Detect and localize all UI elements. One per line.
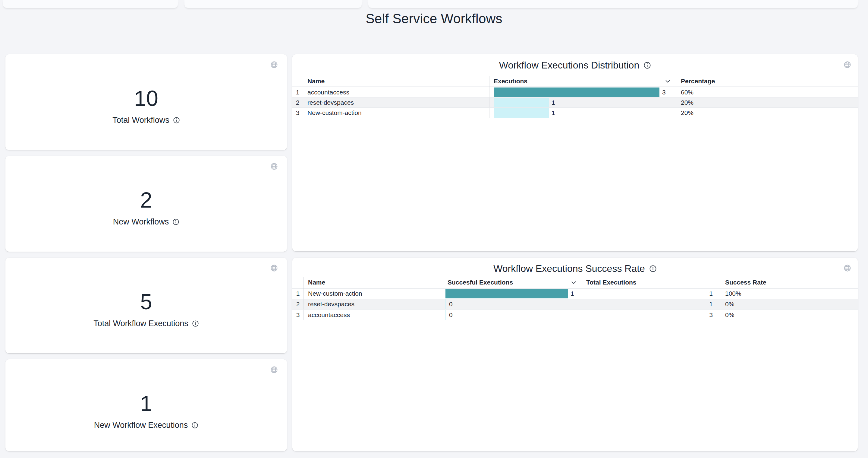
workflow-name: reset-devspaces — [304, 299, 443, 309]
globe-icon — [270, 61, 278, 68]
successful-executions-bar — [445, 310, 446, 320]
workflow-executions-distribution-card: Workflow Executions Distribution Name Ex… — [292, 54, 858, 251]
workflow-name: New-custom-action — [304, 288, 443, 299]
globe-icon — [270, 163, 278, 170]
stat-card-new-workflow-executions: 1 New Workflow Executions — [5, 359, 287, 451]
success-rate-value: 0% — [722, 299, 858, 309]
stat-label: Total Workflow Executions — [93, 319, 188, 328]
successful-executions-value: 1 — [570, 290, 574, 297]
stat-label: New Workflows — [113, 217, 169, 227]
stat-card-total-workflows: 10 Total Workflows — [5, 54, 287, 150]
column-header-success-rate[interactable]: Success Rate — [722, 277, 858, 288]
percentage-value: 20% — [676, 97, 858, 107]
table-row: 2 reset-devspaces 1 20% — [292, 97, 858, 108]
info-icon[interactable] — [644, 61, 651, 69]
stat-card-total-workflow-executions: 5 Total Workflow Executions — [5, 258, 287, 353]
scrolled-card-edge — [3, 0, 178, 8]
row-index: 3 — [292, 310, 304, 320]
table-row: 3 New-custom-action 1 20% — [292, 108, 858, 118]
table-row: 1 New-custom-action 1 1 100% — [292, 288, 858, 299]
scrolled-card-edge — [368, 0, 858, 8]
row-index: 1 — [292, 288, 304, 299]
globe-icon — [844, 264, 851, 272]
workflow-name: accountaccess — [304, 310, 443, 320]
globe-icon — [844, 61, 851, 68]
executions-bar — [494, 87, 659, 97]
globe-icon — [270, 366, 278, 374]
executions-bar — [494, 108, 549, 118]
workflow-executions-success-rate-card: Workflow Executions Success Rate Name Su… — [292, 258, 858, 451]
stat-label: Total Workflows — [113, 115, 169, 125]
card-title: Workflow Executions Success Rate — [493, 263, 645, 274]
row-index: 3 — [292, 108, 303, 118]
successful-executions-bar — [445, 289, 568, 298]
scrolled-card-edge — [184, 0, 362, 8]
table-row: 3 accountaccess 0 3 0% — [292, 310, 858, 320]
successful-executions-value: 0 — [449, 311, 453, 319]
column-header-total-executions[interactable]: Total Executions — [582, 277, 722, 288]
row-index: 2 — [292, 299, 304, 309]
workflow-name: reset-devspaces — [303, 97, 489, 107]
stat-value: 2 — [5, 188, 287, 212]
successful-executions-bar — [445, 299, 446, 309]
column-header-successful-executions[interactable]: Succesful Executions — [443, 277, 582, 288]
info-icon[interactable] — [191, 422, 198, 429]
globe-icon — [270, 264, 278, 272]
percentage-value: 60% — [676, 87, 858, 97]
index-column-header — [292, 76, 303, 87]
stat-value: 5 — [5, 290, 287, 314]
card-title: Workflow Executions Distribution — [499, 60, 639, 70]
total-executions-value: 1 — [582, 288, 722, 299]
executions-bar — [494, 98, 549, 107]
table-header-row: Name Executions Percentage — [292, 76, 858, 87]
info-icon[interactable] — [173, 117, 180, 124]
column-header-name[interactable]: Name — [304, 277, 443, 288]
sort-chevron-down-icon[interactable] — [665, 80, 670, 83]
percentage-value: 20% — [676, 108, 858, 118]
column-header-percentage[interactable]: Percentage — [676, 76, 858, 87]
stat-card-new-workflows: 2 New Workflows — [5, 156, 287, 252]
row-index: 1 — [292, 87, 303, 97]
page-title: Self Service Workflows — [0, 11, 868, 27]
total-executions-value: 1 — [582, 299, 722, 309]
executions-value: 1 — [552, 109, 555, 116]
column-header-executions[interactable]: Executions — [489, 76, 676, 87]
table-row: 2 reset-devspaces 0 1 0% — [292, 299, 858, 310]
row-index: 2 — [292, 97, 303, 107]
sort-chevron-down-icon[interactable] — [571, 281, 576, 284]
success-rate-value: 0% — [722, 310, 858, 320]
table-row: 1 accountaccess 3 60% — [292, 87, 858, 97]
stat-value: 1 — [5, 391, 287, 416]
workflow-name: accountaccess — [303, 87, 489, 97]
workflow-name: New-custom-action — [303, 108, 489, 118]
stat-value: 10 — [5, 86, 287, 110]
info-icon[interactable] — [649, 265, 657, 273]
info-icon[interactable] — [173, 219, 179, 225]
info-icon[interactable] — [192, 320, 199, 327]
success-rate-value: 100% — [722, 288, 858, 299]
table-header-row: Name Succesful Executions Total Executio… — [292, 277, 858, 288]
column-header-name[interactable]: Name — [303, 76, 489, 87]
stat-label: New Workflow Executions — [94, 420, 188, 430]
executions-value: 3 — [662, 89, 666, 96]
index-column-header — [292, 277, 304, 288]
total-executions-value: 3 — [582, 310, 722, 320]
dashboard-page: Self Service Workflows 10 Total Workflow… — [0, 0, 868, 458]
successful-executions-value: 0 — [449, 300, 453, 308]
executions-value: 1 — [552, 99, 555, 106]
